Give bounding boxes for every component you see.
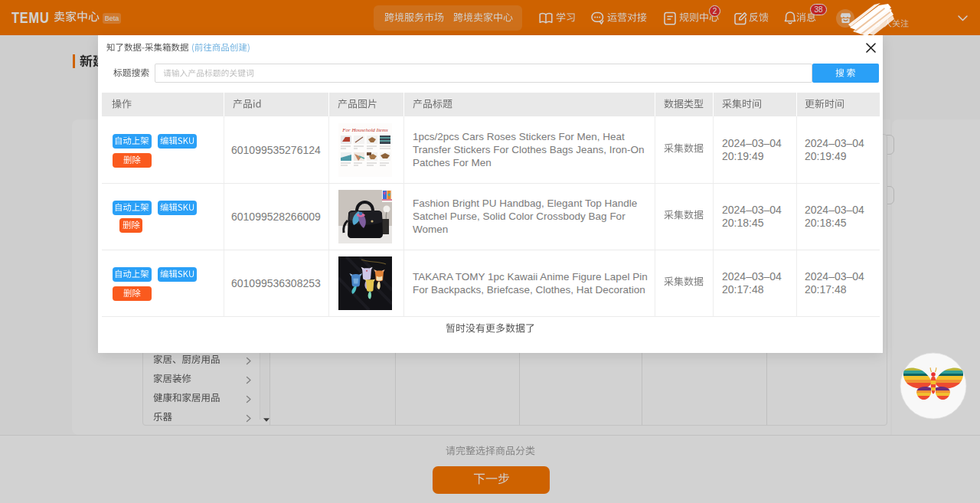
svg-text:For Household Items: For Household Items <box>341 127 388 133</box>
